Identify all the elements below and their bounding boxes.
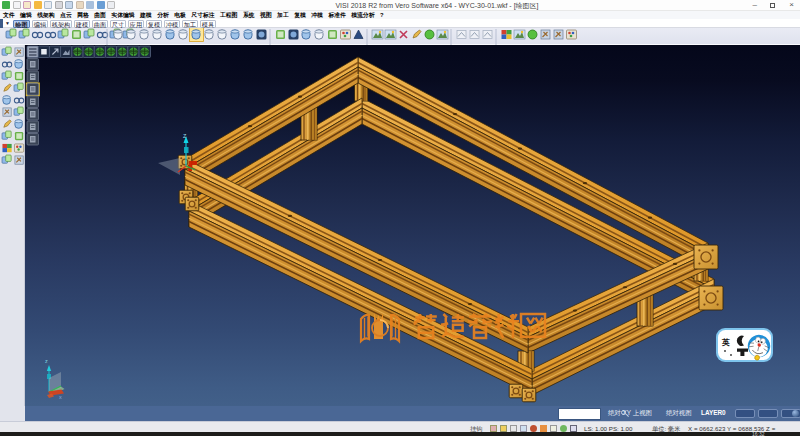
- svg-text:x: x: [59, 394, 62, 400]
- svg-text:英: 英: [721, 338, 730, 347]
- svg-text:z: z: [45, 358, 48, 364]
